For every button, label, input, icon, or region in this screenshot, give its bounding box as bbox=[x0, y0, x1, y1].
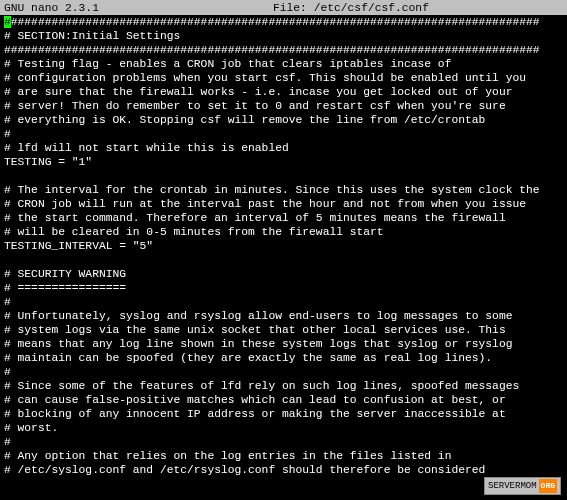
editor-line: # means that any log line shown in these… bbox=[4, 337, 563, 351]
editor-line: # Any option that relies on the log entr… bbox=[4, 449, 563, 463]
editor-line: TESTING = "1" bbox=[4, 155, 563, 169]
editor-line: # the start command. Therefore an interv… bbox=[4, 211, 563, 225]
editor-line: ########################################… bbox=[4, 43, 563, 57]
editor-line: # can cause false-positive matches which… bbox=[4, 393, 563, 407]
title-bar: GNU nano 2.3.1 File: /etc/csf/csf.conf bbox=[0, 0, 567, 15]
app-name: GNU nano 2.3.1 bbox=[4, 1, 99, 15]
editor-line: # system logs via the same unix socket t… bbox=[4, 323, 563, 337]
editor-line: # SECTION:Initial Settings bbox=[4, 29, 563, 43]
editor-line: # configuration problems when you start … bbox=[4, 71, 563, 85]
editor-line: # are sure that the firewall works - i.e… bbox=[4, 85, 563, 99]
editor-line: # worst. bbox=[4, 421, 563, 435]
editor-content[interactable]: ########################################… bbox=[0, 15, 567, 477]
watermark-badge: SERVERMOMORG bbox=[484, 477, 561, 495]
editor-line: # /etc/syslog.conf and /etc/rsyslog.conf… bbox=[4, 463, 563, 477]
editor-line: # Unfortunately, syslog and rsyslog allo… bbox=[4, 309, 563, 323]
editor-line: # blocking of any innocent IP address or… bbox=[4, 407, 563, 421]
file-indicator: File: /etc/csf/csf.conf bbox=[99, 1, 563, 15]
editor-line bbox=[4, 253, 563, 267]
editor-line: # lfd will not start while this is enabl… bbox=[4, 141, 563, 155]
editor-line: TESTING_INTERVAL = "5" bbox=[4, 239, 563, 253]
editor-line: # Testing flag - enables a CRON job that… bbox=[4, 57, 563, 71]
editor-line: # ================ bbox=[4, 281, 563, 295]
editor-line: # bbox=[4, 127, 563, 141]
editor-line: # will be cleared in 0-5 minutes from th… bbox=[4, 225, 563, 239]
editor-line: # The interval for the crontab in minute… bbox=[4, 183, 563, 197]
editor-line: # bbox=[4, 365, 563, 379]
editor-line: # SECURITY WARNING bbox=[4, 267, 563, 281]
editor-line: # CRON job will run at the interval past… bbox=[4, 197, 563, 211]
editor-line: # everything is OK. Stopping csf will re… bbox=[4, 113, 563, 127]
editor-line: ########################################… bbox=[4, 15, 563, 29]
editor-line bbox=[4, 169, 563, 183]
editor-line: # bbox=[4, 435, 563, 449]
editor-line: # Since some of the features of lfd rely… bbox=[4, 379, 563, 393]
editor-line: # server! Then do remember to set it to … bbox=[4, 99, 563, 113]
editor-line: # bbox=[4, 295, 563, 309]
editor-line: # maintain can be spoofed (they are exac… bbox=[4, 351, 563, 365]
cursor: # bbox=[4, 16, 11, 28]
